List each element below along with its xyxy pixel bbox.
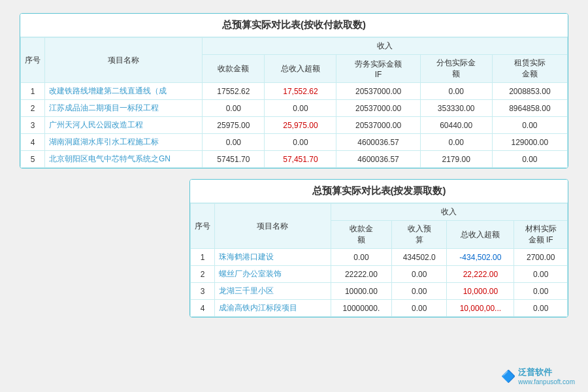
cell-col1: 17552.62 [203, 83, 265, 100]
th-col3-1: 劳务实际金额IF [336, 55, 420, 83]
logo-url: www.fanpusoft.com [518, 378, 575, 385]
table-panel-1: 总预算实际对比表(按收付款取数) 序号 项目名称 收入 收款金额 总收入超额 劳… [20, 13, 568, 169]
th-income-group-2: 收入 [331, 204, 567, 221]
cell-col3: 10,000,00... [447, 300, 514, 317]
cell-col4: 353330.00 [420, 100, 492, 117]
cell-col4: 0.00 [420, 134, 492, 151]
cell-col1: 25975.00 [203, 117, 265, 134]
cell-seq: 1 [191, 249, 215, 266]
cell-col5: 0.00 [492, 117, 567, 134]
cell-seq: 3 [21, 117, 45, 134]
cell-col1: 10000000. [331, 300, 391, 317]
cell-col1: 57451.70 [203, 151, 265, 168]
table-row: 2 螺丝厂办公室装饰 22222.00 0.00 22,222.00 0.00 [191, 266, 568, 283]
table1-title: 总预算实际对比表(按收付款取数) [20, 14, 568, 37]
cell-col4: 0.00 [514, 300, 568, 317]
th-col1-1: 收款金额 [203, 55, 265, 83]
cell-col2: 0.00 [265, 134, 336, 151]
cell-col4: 0.00 [514, 283, 568, 300]
table-row: 3 广州天河人民公园改造工程 25975.00 25,975.00 205370… [21, 117, 568, 134]
cell-seq: 4 [21, 134, 45, 151]
cell-col1: 0.00 [203, 100, 265, 117]
table2-title: 总预算实际对比表(按发票取数) [190, 180, 568, 203]
cell-project[interactable]: 湖南洞庭湖水库引水工程施工标 [45, 134, 203, 151]
cell-col4: 0.00 [420, 83, 492, 100]
th-col2-2: 收入预算 [392, 221, 447, 249]
cell-seq: 1 [21, 83, 45, 100]
cell-seq: 2 [191, 266, 215, 283]
table-panel-2: 总预算实际对比表(按发票取数) 序号 项目名称 收入 收款金额 收入预算 总收入… [189, 179, 568, 318]
table-row: 1 珠海鹤港口建设 0.00 434502.0 -434,502.00 2700… [191, 249, 568, 266]
cell-col4: 2700.00 [514, 249, 568, 266]
cell-col3: 4600036.57 [336, 151, 420, 168]
cell-col2: 57,451.70 [265, 151, 336, 168]
table1: 序号 项目名称 收入 收款金额 总收入超额 劳务实际金额IF 分包实际金额 租赁… [20, 37, 568, 168]
cell-project[interactable]: 江苏成品油二期项目一标段工程 [45, 100, 203, 117]
cell-col5: 129000.00 [492, 134, 567, 151]
table-row: 2 江苏成品油二期项目一标段工程 0.00 0.00 20537000.00 3… [21, 100, 568, 117]
cell-project[interactable]: 珠海鹤港口建设 [215, 249, 331, 266]
table2: 序号 项目名称 收入 收款金额 收入预算 总收入超额 材料实际金额 IF 1 珠… [190, 203, 568, 317]
cell-col1: 0.00 [203, 134, 265, 151]
table-row: 1 改建铁路线增建第二线直通线（成 17552.62 17,552.62 205… [21, 83, 568, 100]
cell-project[interactable]: 广州天河人民公园改造工程 [45, 117, 203, 134]
cell-col3: 20537000.00 [336, 83, 420, 100]
table-row: 5 北京朝阳区电气中芯特气系统之GN 57451.70 57,451.70 46… [21, 151, 568, 168]
th-col5-1: 租赁实际金额 [492, 55, 567, 83]
cell-seq: 4 [191, 300, 215, 317]
cell-col3: 22,222.00 [447, 266, 514, 283]
table-row: 4 成渝高铁内江标段项目 10000000. 0.00 10,000,00...… [191, 300, 568, 317]
th-col3-2: 总收入超额 [447, 221, 514, 249]
th-col2-1: 总收入超额 [265, 55, 336, 83]
cell-project[interactable]: 改建铁路线增建第二线直通线（成 [45, 83, 203, 100]
cell-seq: 5 [21, 151, 45, 168]
cell-project[interactable]: 龙湖三千里小区 [215, 283, 331, 300]
th-project-1: 项目名称 [45, 38, 203, 83]
cell-col1: 22222.00 [331, 266, 391, 283]
cell-col3: 20537000.00 [336, 117, 420, 134]
table-row: 4 湖南洞庭湖水库引水工程施工标 0.00 0.00 4600036.57 0.… [21, 134, 568, 151]
cell-col2: 17,552.62 [265, 83, 336, 100]
table-row: 3 龙湖三千里小区 10000.00 0.00 10,000.00 0.00 [191, 283, 568, 300]
cell-col1: 10000.00 [331, 283, 391, 300]
cell-col5: 0.00 [492, 151, 567, 168]
cell-col5: 8964858.00 [492, 100, 567, 117]
logo-icon: 🔷 [501, 369, 515, 384]
cell-col3: -434,502.00 [447, 249, 514, 266]
th-project-2: 项目名称 [215, 204, 331, 249]
cell-project[interactable]: 螺丝厂办公室装饰 [215, 266, 331, 283]
th-income-group-1: 收入 [203, 38, 568, 55]
cell-col2: 0.00 [392, 283, 447, 300]
th-col4-1: 分包实际金额 [420, 55, 492, 83]
cell-col5: 2008853.00 [492, 83, 567, 100]
th-seq-2: 序号 [191, 204, 215, 249]
cell-col3: 10,000.00 [447, 283, 514, 300]
cell-project[interactable]: 北京朝阳区电气中芯特气系统之GN [45, 151, 203, 168]
cell-project[interactable]: 成渝高铁内江标段项目 [215, 300, 331, 317]
cell-seq: 3 [191, 283, 215, 300]
th-seq-1: 序号 [21, 38, 45, 83]
cell-col4: 0.00 [514, 266, 568, 283]
logo-area: 🔷 泛普软件 www.fanpusoft.com [501, 367, 575, 385]
cell-col3: 4600036.57 [336, 134, 420, 151]
cell-col1: 0.00 [331, 249, 391, 266]
cell-col2: 0.00 [392, 300, 447, 317]
cell-col2: 434502.0 [392, 249, 447, 266]
cell-col2: 25,975.00 [265, 117, 336, 134]
cell-col2: 0.00 [392, 266, 447, 283]
th-col4-2: 材料实际金额 IF [514, 221, 568, 249]
logo-brand: 泛普软件 [518, 367, 552, 377]
th-col1-2: 收款金额 [331, 221, 391, 249]
cell-col4: 60440.00 [420, 117, 492, 134]
cell-col4: 2179.00 [420, 151, 492, 168]
cell-col2: 0.00 [265, 100, 336, 117]
cell-seq: 2 [21, 100, 45, 117]
cell-col3: 20537000.00 [336, 100, 420, 117]
